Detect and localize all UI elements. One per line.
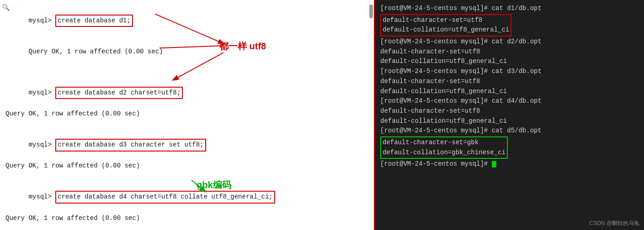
search-icon: 🔍 — [2, 4, 10, 11]
cmd-box-d3: create database d3 character set utf8; — [55, 139, 206, 152]
right-line-d4-collation: default-collation=utf8_general_ci — [380, 116, 639, 126]
right-cursor — [492, 161, 496, 167]
right-line-d3-header: [root@VM-24-5-centos mysql]# cat d3/db.o… — [380, 67, 639, 77]
prompt-1: mysql> — [28, 17, 55, 24]
right-line-d2-charset: default-character-set=utf8 — [380, 47, 639, 57]
right-terminal-panel: [root@VM-24-5-centos mysql]# cat d1/db.o… — [375, 0, 644, 230]
left-terminal-panel: 🔍 mysql> create database d1; Query OK, 1… — [0, 0, 375, 230]
terminal-line-6: Query OK, 1 row affected (0.00 sec) — [5, 161, 368, 171]
blank-3 — [5, 171, 368, 181]
blank-2 — [5, 119, 368, 129]
right-line-d3-charset: default-character-set=utf8 — [380, 77, 639, 87]
right-line-d4-charset: default-character-set=utf8 — [380, 106, 639, 116]
right-line-d2-header: [root@VM-24-5-centos mysql]# cat d2/db.o… — [380, 37, 639, 47]
terminal-line-5: mysql> create database d3 character set … — [5, 129, 368, 161]
terminal-line-2: Query OK, 1 row affected (0.00 sec) — [5, 37, 368, 67]
watermark: CSDN @翻转的乌龟 — [589, 220, 639, 227]
right-line-d3-collation: default-collation=utf8_general_ci — [380, 87, 639, 97]
right-line-final-prompt: [root@VM-24-5-centos mysql]# — [380, 159, 639, 169]
right-box-d1: default-character-set=utf8 default-colla… — [380, 14, 511, 37]
cmd-box-d1: create database d1; — [55, 15, 133, 27]
blank-4 — [5, 223, 368, 230]
terminal-line-7: mysql> create database d4 charset=utf8 c… — [5, 181, 368, 214]
right-line-d4-header: [root@VM-24-5-centos mysql]# cat d4/db.o… — [380, 96, 639, 106]
right-line-d1-collation: default-collation=utf8_general_ci — [383, 25, 509, 35]
right-line-d5-collation: default-collation=gbk_chinese_ci — [383, 148, 506, 158]
scrollbar[interactable] — [369, 5, 373, 18]
terminal-line-3: mysql> create database d2 charset=utf8; — [5, 77, 368, 109]
right-box-d5: default-character-set=gbk default-collat… — [380, 136, 508, 159]
right-line-d1-header: [root@VM-24-5-centos mysql]# cat d1/db.o… — [380, 4, 639, 14]
prompt-2: mysql> — [28, 89, 55, 96]
terminal-line-1: mysql> create database d1; — [5, 5, 368, 37]
terminal-line-4: Query OK, 1 row affected (0.00 sec) — [5, 109, 368, 119]
right-line-d5-charset: default-character-set=gbk — [383, 138, 506, 148]
cmd-box-d2: create database d2 charset=utf8; — [55, 87, 183, 99]
right-line-d2-collation: default-collation=utf8_general_ci — [380, 57, 639, 67]
right-line-d1-charset: default-character-set=utf8 — [383, 16, 509, 26]
blank-1 — [5, 67, 368, 77]
cmd-box-d4: create database d4 charset=utf8 collate … — [55, 191, 275, 204]
terminal-line-8: Query OK, 1 row affected (0.00 sec) — [5, 214, 368, 224]
right-line-d5-header: [root@VM-24-5-centos mysql]# cat d5/db.o… — [380, 126, 639, 136]
prompt-4: mysql> — [28, 193, 55, 200]
prompt-3: mysql> — [28, 141, 55, 148]
main-container: 🔍 mysql> create database d1; Query OK, 1… — [0, 0, 644, 230]
